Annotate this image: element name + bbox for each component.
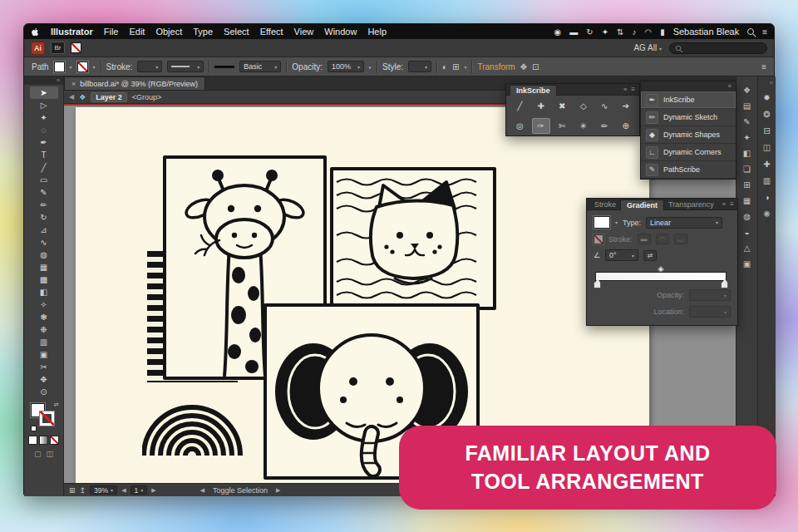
layer-chip[interactable]: Layer 2 — [91, 92, 127, 102]
edit-path-icon[interactable]: ✏ — [595, 118, 614, 134]
chevron-down-icon[interactable]: ▾ — [93, 64, 96, 70]
chevron-down-icon[interactable]: ▾ — [464, 64, 466, 70]
annotation-icon[interactable]: ✳ — [574, 118, 594, 134]
isolate-icon[interactable]: ⊡ — [532, 62, 539, 71]
gradient-fill-swatch[interactable] — [594, 216, 610, 229]
search-icon[interactable] — [747, 28, 754, 35]
eyedropper-tool[interactable]: ✧ — [30, 298, 58, 311]
gradient-tool[interactable]: ◧ — [30, 286, 58, 298]
chevron-down-icon[interactable]: ▾ — [70, 64, 72, 70]
perspective-grid-tool[interactable]: ▦ — [30, 261, 58, 273]
wifi-icon[interactable]: ◠ — [644, 27, 652, 37]
chevron-down-icon[interactable]: ▾ — [615, 219, 618, 225]
color-panel-icon[interactable]: ❖ — [743, 86, 751, 95]
menu-select[interactable]: Select — [224, 27, 249, 37]
brushes-panel-icon[interactable]: ✎ — [743, 118, 750, 126]
bridge-button[interactable]: Br — [51, 42, 65, 54]
menu-window[interactable]: Window — [324, 27, 357, 37]
control-panel-menu-icon[interactable]: ≡ — [761, 62, 766, 71]
export-icon[interactable]: ↥ — [80, 486, 86, 495]
prev-artboard-icon[interactable]: ◀ — [121, 487, 126, 494]
zoom-tool[interactable]: ⊙ — [30, 386, 58, 398]
status-prev-icon[interactable]: ◀ — [200, 487, 204, 494]
tab-transparency[interactable]: Transparency — [664, 200, 718, 209]
screen-mode-icon[interactable]: ◫ — [47, 450, 54, 458]
align-panel-icon[interactable]: △ — [744, 244, 751, 253]
back-arrow-icon[interactable]: ◀ — [69, 93, 74, 101]
swatches-panel-icon[interactable]: ▤ — [743, 102, 751, 111]
menu-object[interactable]: Object — [155, 27, 182, 37]
stroke-swatch[interactable] — [40, 411, 54, 426]
scale-tool[interactable]: ⊿ — [30, 224, 58, 236]
gradient-stop-left[interactable] — [594, 282, 601, 288]
convert-anchor-icon[interactable]: ◇ — [574, 98, 594, 114]
add-point-icon[interactable]: ⊕ — [617, 118, 636, 134]
tab-gradient[interactable]: Gradient — [620, 200, 664, 210]
app-search-input[interactable] — [669, 42, 767, 54]
stroke-color-dropdown[interactable] — [77, 62, 88, 72]
battery-icon[interactable]: ▬ — [569, 27, 578, 37]
menu-help[interactable]: Help — [367, 27, 387, 37]
status-next-icon[interactable]: ▶ — [276, 487, 280, 494]
document-tab[interactable]: × billboard.ai* @ 39% (RGB/Preview) — [64, 76, 205, 90]
transform-link[interactable]: Transform — [477, 62, 515, 71]
artboard-tool[interactable]: ▣ — [30, 348, 58, 361]
opacity-dropdown[interactable]: 100%▾ — [328, 61, 364, 72]
lasso-tool[interactable]: ◌ — [30, 124, 58, 136]
angle-dropdown[interactable]: 0°▾ — [605, 249, 638, 261]
dock-item-inkscribe[interactable]: ✒ InkScribe — [641, 91, 736, 109]
rectangle-tool[interactable]: ▭ — [30, 174, 58, 186]
draw-mode-icon[interactable]: ▢ — [34, 450, 42, 458]
expand-dock-icon[interactable]: « — [770, 80, 776, 86]
mesh-tool[interactable]: ▩ — [30, 273, 58, 286]
grid-panel-icon[interactable]: ▦ — [743, 197, 751, 205]
transparency-panel-icon[interactable]: ◒ — [744, 229, 749, 237]
artboard-number-dropdown[interactable]: 1▾ — [131, 485, 148, 495]
panel-menu-icon[interactable]: ≡ — [730, 200, 734, 208]
next-artboard-icon[interactable]: ▶ — [151, 487, 155, 494]
grid-icon[interactable]: ⊞ — [69, 486, 76, 495]
artboards-panel-icon[interactable]: ▣ — [743, 260, 751, 268]
collapse-chevrons-icon[interactable]: » — [641, 81, 736, 91]
updown-arrows-icon[interactable]: ⇅ — [617, 27, 623, 37]
symbol-sprayer-tool[interactable]: ❉ — [30, 323, 58, 336]
free-transform-icon[interactable]: ✥ — [520, 62, 527, 71]
apple-icon[interactable] — [31, 27, 40, 37]
gradient-bar[interactable] — [595, 272, 727, 281]
menu-view[interactable]: View — [294, 27, 314, 37]
column-graph-tool[interactable]: ▥ — [30, 336, 58, 348]
color-button[interactable] — [28, 436, 37, 445]
chevron-right-icon[interactable]: ▸ — [369, 64, 372, 70]
gradient-button[interactable] — [39, 436, 48, 445]
shape-builder-tool[interactable]: ◍ — [30, 249, 58, 261]
width-profile-dropdown[interactable]: ▾ — [167, 61, 204, 72]
hand-tool[interactable]: ✥ — [30, 373, 58, 386]
notification-center-icon[interactable]: ◉ — [554, 27, 562, 37]
reverse-gradient-icon[interactable]: ⇄ — [643, 250, 657, 261]
arcs-pattern-block[interactable] — [142, 385, 243, 456]
menu-type[interactable]: Type — [193, 27, 213, 37]
direct-selection-tool[interactable]: ▷ — [30, 99, 58, 111]
star-panel-icon[interactable]: ✹ — [763, 94, 770, 102]
panel-menu-icon[interactable]: ≡ — [631, 86, 635, 93]
collapse-chevrons-icon[interactable]: » — [623, 86, 627, 93]
list-icon[interactable]: ≡ — [762, 27, 767, 37]
zoom-dropdown[interactable]: 39%▾ — [90, 485, 117, 495]
gradient-stop-right[interactable] — [721, 282, 728, 288]
shape-builder-panel-icon[interactable]: ◍ — [743, 213, 751, 221]
graph-panel-icon[interactable]: ▥ — [763, 177, 771, 185]
battery-level-icon[interactable]: ▮ — [660, 27, 665, 37]
menu-edit[interactable]: Edit — [129, 27, 145, 37]
tab-stroke[interactable]: Stroke — [590, 200, 620, 209]
align-options-icon[interactable]: ⊞ — [452, 62, 459, 71]
cat-artwork[interactable] — [330, 167, 496, 310]
close-icon[interactable]: × — [71, 80, 76, 88]
dock-item-dynamic-corners[interactable]: ∟ Dynamic Corners — [641, 144, 736, 161]
inkscribe-panel-tab[interactable]: InkScribe — [510, 85, 557, 96]
layers-panel-icon[interactable]: ❏ — [743, 165, 751, 174]
plus-panel-icon[interactable]: ✚ — [763, 160, 770, 169]
line-segment-tool[interactable]: ╱ — [30, 161, 58, 174]
sparkle-panel-icon[interactable]: ❋ — [763, 210, 770, 219]
path-segment-icon[interactable]: ╱ — [510, 98, 530, 114]
menu-effect[interactable]: Effect — [260, 27, 283, 37]
